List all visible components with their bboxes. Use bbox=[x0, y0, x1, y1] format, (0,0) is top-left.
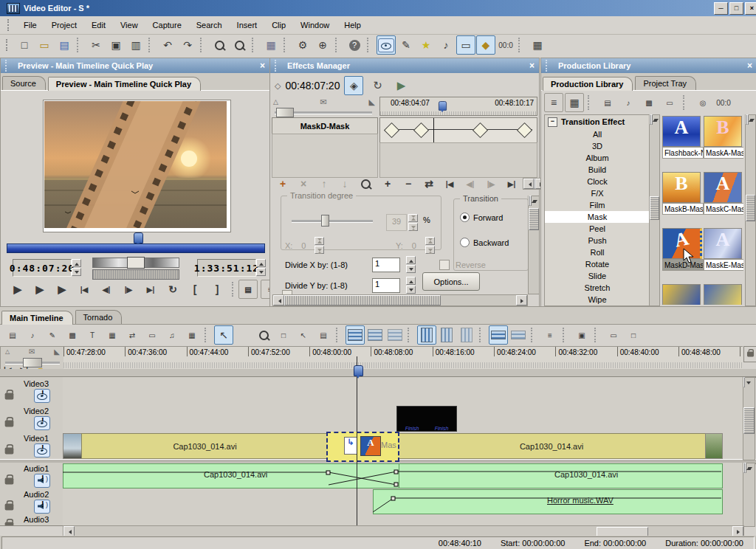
track-video1[interactable]: Cap1030_014.avi ↳ A Mas Cap1030_014.avi bbox=[63, 432, 743, 460]
thumb-maskc[interactable]: A bbox=[704, 172, 742, 203]
clip-select-tool-button[interactable]: ▤ bbox=[314, 325, 333, 345]
tree-item-roll[interactable]: Roll bbox=[545, 246, 650, 258]
mark-out-button[interactable]: ] bbox=[207, 280, 227, 299]
toggle-effects-button[interactable]: ★ bbox=[416, 35, 436, 55]
thumb-partial[interactable] bbox=[662, 284, 701, 305]
track-header-video3[interactable]: Video3 ! bbox=[0, 377, 63, 405]
audio1-volume-envelope[interactable] bbox=[63, 463, 743, 488]
play-clip-button[interactable]: ▶ bbox=[30, 280, 49, 299]
effects-zoom-slider[interactable] bbox=[275, 110, 372, 114]
close-button[interactable]: × bbox=[745, 2, 756, 15]
scissors-tool-button[interactable] bbox=[234, 325, 253, 345]
play-button[interactable]: ▶ bbox=[8, 280, 27, 299]
degree-slider-thumb[interactable] bbox=[321, 215, 329, 227]
options-button[interactable]: Options... bbox=[422, 272, 480, 291]
video-clip-right[interactable]: Cap1030_014.avi bbox=[396, 433, 707, 459]
divide-y-field[interactable]: 1 bbox=[372, 278, 400, 293]
spin-up-icon[interactable] bbox=[256, 259, 266, 267]
lock-icon[interactable] bbox=[5, 421, 14, 427]
thumb-maskb-label[interactable]: MaskB-Mas bbox=[662, 203, 704, 215]
menu-capture[interactable]: Capture bbox=[146, 18, 188, 32]
tree-scrollbar[interactable] bbox=[649, 114, 660, 306]
thumb-maske-label[interactable]: MaskE-Mas bbox=[704, 259, 743, 271]
track-view-small-button[interactable] bbox=[385, 325, 405, 345]
thumb-maska[interactable]: B bbox=[704, 116, 742, 147]
shuttle-strip[interactable] bbox=[92, 269, 179, 280]
collapse-minus-icon[interactable]: − bbox=[548, 117, 557, 127]
open-button[interactable]: ▭ bbox=[35, 35, 54, 55]
fit-project-window-button[interactable]: ▭ bbox=[604, 325, 623, 345]
transition-clip-selected[interactable]: ↳ A Mas bbox=[326, 432, 399, 462]
insert-image-button[interactable]: ▩ bbox=[63, 325, 82, 345]
track-header-audio3[interactable]: Audio3 bbox=[0, 514, 63, 526]
preferences-button[interactable]: ⚙ bbox=[293, 35, 312, 55]
thumb-flashback[interactable]: A bbox=[662, 116, 701, 147]
undo-button[interactable]: ↶ bbox=[158, 35, 177, 55]
toggle-effects-manager-button[interactable]: ◆ bbox=[476, 35, 495, 55]
seek-track[interactable] bbox=[7, 244, 265, 253]
preview-seekbar[interactable] bbox=[7, 232, 264, 255]
move-down-button[interactable]: ↓ bbox=[335, 176, 354, 191]
track-audio1[interactable]: Cap1030_014.avi Cap1030_014.avi bbox=[63, 463, 743, 489]
effects-v-thumb[interactable] bbox=[529, 208, 539, 230]
track-select-tool-button[interactable]: ↖ bbox=[294, 325, 313, 345]
track-view-large-button[interactable] bbox=[346, 325, 365, 345]
clip-view-thumb-button[interactable] bbox=[417, 325, 436, 345]
spin-up-icon[interactable] bbox=[72, 259, 81, 267]
menu-project[interactable]: Project bbox=[45, 18, 83, 32]
toggle-quickedit-button[interactable]: ✎ bbox=[396, 35, 416, 55]
zoom-out-small-icon[interactable]: △ bbox=[273, 98, 278, 106]
play-range-button[interactable]: ▶ bbox=[52, 280, 72, 299]
tree-item-stretch[interactable]: Stretch bbox=[545, 282, 650, 294]
timecode-convert-button[interactable]: 00:0 bbox=[714, 93, 733, 112]
first-keyframe-button[interactable]: |◀ bbox=[440, 176, 459, 191]
next-keyframe-button[interactable]: |▶ bbox=[481, 176, 501, 191]
keyframe-track[interactable] bbox=[379, 117, 537, 144]
effect-clip-row[interactable]: MaskD-Mask bbox=[272, 117, 378, 135]
thumb-flashback-label[interactable]: Flashback-N bbox=[662, 147, 704, 159]
timeline-ruler[interactable]: 00:47:28:00 00:47:36:00 00:47:44:00 00:4… bbox=[63, 346, 743, 370]
tree-item-film[interactable]: Film bbox=[545, 199, 650, 211]
cut-button[interactable]: ✂ bbox=[86, 35, 106, 55]
spin-down-icon[interactable] bbox=[256, 268, 266, 276]
tree-item-push[interactable]: Push bbox=[545, 235, 650, 246]
spin-down-icon[interactable] bbox=[72, 268, 81, 276]
tab-preview[interactable]: Preview - Main Timeline Quick Play bbox=[48, 77, 201, 91]
delete-effect-button[interactable]: × bbox=[294, 176, 313, 191]
track-header-video2[interactable]: Video2 ! bbox=[0, 404, 63, 432]
tree-item-album[interactable]: Album bbox=[545, 152, 650, 164]
divide-y-spinner[interactable] bbox=[406, 277, 416, 294]
video-tracks-scrollbar[interactable] bbox=[743, 377, 755, 460]
last-keyframe-button[interactable]: ▶| bbox=[502, 176, 521, 191]
reverse-keyframes-button[interactable]: ⇄ bbox=[419, 176, 439, 191]
insert-score-button[interactable]: ♫ bbox=[162, 325, 182, 345]
add-keyframe-button[interactable]: + bbox=[378, 176, 397, 191]
mark-in-button[interactable]: [ bbox=[185, 280, 205, 299]
go-end-button[interactable]: ▶| bbox=[141, 280, 160, 299]
window-titlebar[interactable]: Video Editor - S * ─ □ × bbox=[0, 0, 756, 16]
list-view-button[interactable]: ≡ bbox=[544, 93, 563, 112]
tree-item-mask[interactable]: Mask bbox=[545, 211, 650, 223]
library-panel-titlebar[interactable]: Production Library × bbox=[541, 58, 756, 73]
track-header-video1[interactable]: Video1 ! bbox=[0, 432, 63, 460]
tree-item-wipe[interactable]: Wipe bbox=[545, 294, 650, 305]
lock-icon[interactable] bbox=[5, 448, 14, 455]
ruler-seconds-button[interactable] bbox=[509, 325, 528, 345]
jog-slider[interactable] bbox=[92, 258, 179, 268]
instant-play-button[interactable]: ▤ bbox=[238, 280, 258, 299]
step-forward-button[interactable]: |▶ bbox=[119, 280, 138, 299]
thumb-maska-label[interactable]: MaskA-Mas bbox=[704, 147, 743, 159]
forward-radio[interactable]: Forward bbox=[460, 213, 503, 222]
effects-panel-titlebar[interactable]: Effects Manager × bbox=[270, 58, 539, 73]
clip-view-name-button[interactable] bbox=[457, 325, 476, 345]
insert-color-clip-button[interactable]: ▦ bbox=[103, 325, 122, 345]
insert-audio-button[interactable]: ♪ bbox=[619, 93, 638, 112]
menu-view[interactable]: View bbox=[114, 18, 145, 32]
audio-tracks-scrollbar[interactable] bbox=[743, 463, 755, 527]
timeline-zoom-slider[interactable] bbox=[5, 360, 60, 365]
zoom-preview-button[interactable] bbox=[230, 35, 249, 55]
move-up-button[interactable]: ↑ bbox=[315, 176, 334, 191]
prev-keyframe-button[interactable]: ◀| bbox=[461, 176, 480, 191]
degree-slider[interactable] bbox=[292, 217, 373, 224]
divide-x-spinner[interactable] bbox=[406, 256, 416, 273]
